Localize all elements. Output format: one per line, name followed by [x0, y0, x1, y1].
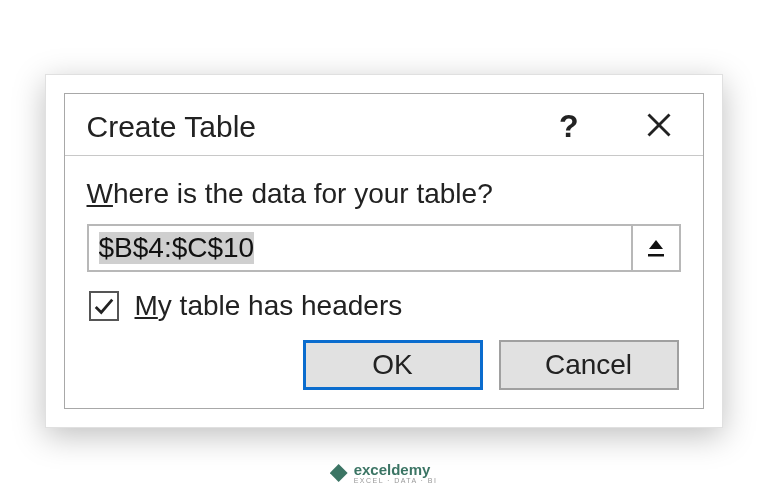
svg-rect-2	[648, 254, 664, 257]
range-prompt-label: Where is the data for your table?	[87, 178, 681, 210]
range-picker-button[interactable]	[631, 226, 679, 270]
dialog-button-row: OK Cancel	[87, 340, 681, 390]
checkmark-icon	[93, 295, 115, 317]
watermark-name: exceldemy	[354, 462, 438, 477]
watermark: exceldemy EXCEL · DATA · BI	[330, 462, 438, 484]
watermark-sub: EXCEL · DATA · BI	[354, 477, 438, 484]
headers-checkbox-row: My table has headers	[89, 290, 681, 322]
create-table-dialog: Create Table ? Where is the data for you…	[64, 93, 704, 409]
range-input-row	[87, 224, 681, 272]
collapse-dialog-icon	[644, 236, 668, 260]
help-icon[interactable]: ?	[541, 108, 597, 145]
watermark-logo-icon	[330, 464, 348, 482]
dialog-shadow-wrapper: Create Table ? Where is the data for you…	[45, 74, 723, 428]
cancel-button[interactable]: Cancel	[499, 340, 679, 390]
ok-button[interactable]: OK	[303, 340, 483, 390]
range-input[interactable]	[89, 226, 631, 270]
headers-checkbox-label: My table has headers	[135, 290, 403, 322]
dialog-title: Create Table	[87, 110, 541, 144]
dialog-body: Where is the data for your table? My tab…	[65, 155, 703, 408]
close-icon[interactable]	[637, 111, 681, 143]
dialog-titlebar: Create Table ?	[65, 94, 703, 155]
watermark-text: exceldemy EXCEL · DATA · BI	[354, 462, 438, 484]
headers-checkbox[interactable]	[89, 291, 119, 321]
